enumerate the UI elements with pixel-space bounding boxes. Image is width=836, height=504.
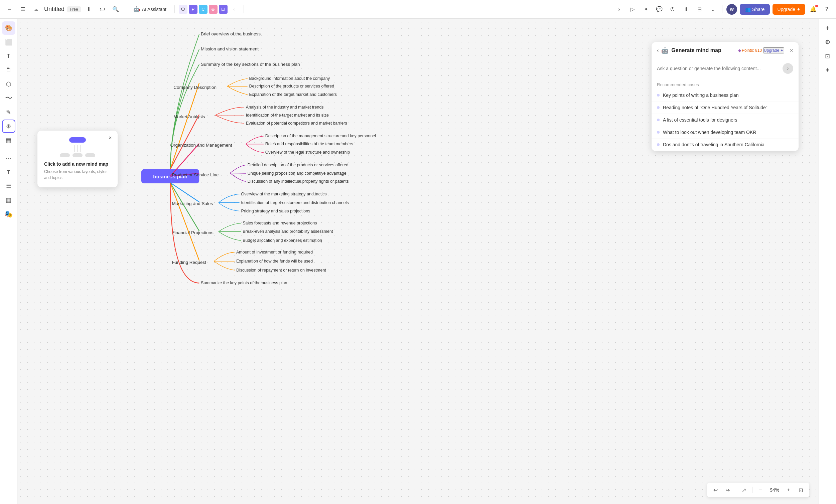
ai-assistant-button[interactable]: 🤖 AI Assistant [129,4,170,14]
app-icon-1[interactable]: P [189,5,197,14]
help-button[interactable]: ? [821,4,832,15]
svg-text:Discussion of any intellectual: Discussion of any intellectual property … [248,179,349,184]
download-button[interactable]: ⬇ [83,4,94,15]
app-icon-3[interactable]: ⊕ [209,5,217,14]
preview-node-top [69,137,86,142]
ai-send-button[interactable]: › [782,63,793,74]
chat-button[interactable]: 💬 [654,4,665,15]
svg-text:Unique selling proposition and: Unique selling proposition and competiti… [248,171,346,176]
cloud-button[interactable]: ☁ [31,4,41,15]
left-sidebar: 🎨 ⬜ T 🗒 ⬡ 〜 ✎ ⊛ ▦ ⋯ T ☰ ▦ 🎭 [0,19,17,504]
recommended-item-2[interactable]: A list of essential tools for designers [651,114,799,126]
bottom-toolbar: ↩ ↪ ↗ − 94% + ⊡ [707,483,809,497]
app-icon-2[interactable]: C [199,5,208,14]
export-button[interactable]: ⬆ [681,4,691,15]
share-button[interactable]: 👥 Share [740,4,770,15]
zoom-in-button[interactable]: + [783,485,794,495]
svg-text:Analysis of the industry and m: Analysis of the industry and market tren… [246,105,324,110]
svg-text:Discussion of repayment or ret: Discussion of repayment or return on inv… [236,268,326,273]
text-tool[interactable]: T [2,50,15,63]
play-button[interactable]: ▷ [627,4,638,15]
preview-node-small-1 [60,153,70,157]
fit-screen-button[interactable]: ⊡ [795,485,806,495]
ai-points-display: ◆ Points: 810 Upgrade ✦ [738,47,787,54]
sidebar-divider [3,149,14,149]
ai-input-field[interactable] [657,66,780,71]
chevron-button[interactable]: ⌄ [707,4,718,15]
color-palette-tool[interactable]: 🎨 [2,21,15,35]
pen-tool[interactable]: 〜 [2,92,15,105]
rec-text-2: A list of essential tools for designers [663,117,737,122]
bottom-divider [736,487,736,493]
back-button[interactable]: ← [4,4,15,15]
expand-button[interactable]: › [614,4,625,15]
table-tool[interactable]: ▦ [2,134,15,147]
bottom-divider-2 [752,487,753,493]
svg-text:Evaluation of potential compet: Evaluation of potential competitors and … [246,121,347,125]
svg-text:Financial Projections: Financial Projections [172,230,213,235]
filter-button[interactable]: ⊟ [694,4,705,15]
rec-dot-2 [657,119,660,121]
draw-tool[interactable]: ✎ [2,105,15,119]
svg-text:Identification of target custo: Identification of target customers and d… [241,200,348,205]
star-button[interactable]: ✦ [641,4,651,15]
preview-lines [75,145,81,152]
preview-node-small-3 [85,153,95,157]
recommended-item-3[interactable]: What to look out when developing team OK… [651,126,799,139]
svg-text:Company Description: Company Description [173,85,216,90]
right-sidebar: + ⚙ ⊡ ✦ [819,19,836,504]
redo-button[interactable]: ↪ [722,485,733,495]
undo-button[interactable]: ↩ [710,485,721,495]
more-tools[interactable]: ⋯ [2,151,15,164]
svg-text:Organization and Management: Organization and Management [170,142,232,148]
right-add-button[interactable]: + [821,21,834,35]
app-icons-group: ⬡ P C ⊕ ⊡ ‹ [179,4,240,15]
svg-text:Description of the products or: Description of the products or services … [249,84,334,89]
color-circles[interactable]: 🎭 [2,208,15,221]
list-tool[interactable]: ☰ [2,179,15,193]
canvas[interactable]: business plan Brief overview of the busi… [17,19,819,504]
zoom-out-button[interactable]: − [755,485,766,495]
svg-text:Detailed description of the pr: Detailed description of the products or … [248,163,348,167]
right-settings-button[interactable]: ⚙ [821,35,834,49]
ai-back-button[interactable]: ‹ [657,47,659,54]
right-effect-button[interactable]: ✦ [821,63,834,77]
ai-upgrade-button[interactable]: Upgrade ✦ [763,47,784,54]
cursor-mode-button[interactable]: ↗ [739,485,749,495]
menu-button[interactable]: ☰ [17,4,28,15]
svg-text:Market Analysis: Market Analysis [173,114,205,119]
right-frame-button[interactable]: ⊡ [821,50,834,63]
svg-text:Funding Request: Funding Request [172,260,206,265]
free-badge: Free [67,6,81,12]
svg-text:Budget allocation and expenses: Budget allocation and expenses estimatio… [243,238,322,243]
divider-4 [722,5,722,13]
recommended-item-0[interactable]: Key points of writing a business plan [651,89,799,101]
chart-tool[interactable]: ▦ [2,193,15,207]
text-tool-alt[interactable]: T [2,165,15,179]
share-label: Share [752,7,764,12]
upgrade-button[interactable]: Upgrade ✦ [773,4,805,15]
ai-panel-header: ‹ 🤖 Generate mind map ◆ Points: 810 Upgr… [651,42,799,59]
preview-nodes-row [60,153,95,157]
shape-tool[interactable]: ⬡ [2,77,15,91]
recommended-item-1[interactable]: Reading notes of "One Hundred Years of S… [651,101,799,114]
frame-tool[interactable]: ⬜ [2,35,15,49]
timer-button[interactable]: ⏱ [667,4,678,15]
ai-assistant-label: AI Assistant [142,7,166,12]
recommended-list: Key points of writing a business plan Re… [651,89,799,151]
rec-text-1: Reading notes of "One Hundred Years of S… [663,105,767,110]
tooltip-popup: × Click to add a new mind map Choose fro… [37,131,118,187]
tag-button[interactable]: 🏷 [97,4,108,15]
mindmap-tool[interactable]: ⊛ [2,120,15,133]
collapse-apps-button[interactable]: ‹ [229,4,240,15]
avatar-button[interactable]: W [726,4,737,15]
search-button[interactable]: 🔍 [110,4,121,15]
zoom-level-display: 94% [767,487,782,493]
rec-dot-3 [657,131,660,134]
ai-close-button[interactable]: × [790,47,793,54]
notification-button[interactable]: 🔔 [808,4,819,15]
app-icon-4[interactable]: ⊡ [219,5,228,14]
app-icon-0[interactable]: ⬡ [179,5,187,14]
recommended-item-4[interactable]: Dos and don'ts of traveling in Southern … [651,139,799,151]
sticky-note-tool[interactable]: 🗒 [2,63,15,77]
